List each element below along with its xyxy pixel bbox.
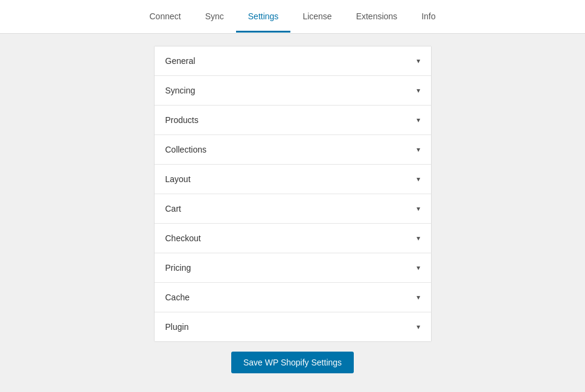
accordion-item-plugin[interactable]: Plugin▾: [155, 312, 431, 341]
chevron-down-icon: ▾: [417, 235, 420, 242]
tab-info[interactable]: Info: [409, 2, 447, 33]
tab-extensions[interactable]: Extensions: [344, 2, 409, 33]
chevron-down-icon: ▾: [417, 205, 420, 212]
accordion-label-cache: Cache: [165, 292, 190, 302]
chevron-down-icon: ▾: [417, 57, 420, 65]
accordion-label-checkout: Checkout: [165, 233, 201, 243]
chevron-down-icon: ▾: [417, 294, 420, 301]
save-btn-container: Save WP Shopify Settings: [154, 352, 432, 373]
tab-connect[interactable]: Connect: [138, 2, 193, 33]
accordion-item-syncing[interactable]: Syncing▾: [155, 76, 431, 106]
accordion-item-products[interactable]: Products▾: [155, 106, 431, 135]
accordion-item-checkout[interactable]: Checkout▾: [155, 224, 431, 253]
chevron-down-icon: ▾: [417, 323, 420, 330]
accordion-label-plugin: Plugin: [165, 322, 189, 332]
settings-container: General▾Syncing▾Products▾Collections▾Lay…: [154, 46, 432, 342]
accordion-item-collections[interactable]: Collections▾: [155, 135, 431, 165]
accordion-label-pricing: Pricing: [165, 263, 191, 273]
chevron-down-icon: ▾: [417, 264, 420, 271]
accordion-item-general[interactable]: General▾: [155, 46, 431, 76]
tab-sync[interactable]: Sync: [193, 2, 236, 33]
accordion-label-general: General: [165, 56, 196, 66]
accordion-item-cache[interactable]: Cache▾: [155, 283, 431, 312]
header: ConnectSyncSettingsLicenseExtensionsInfo: [0, 0, 585, 34]
chevron-down-icon: ▾: [417, 175, 420, 183]
accordion-label-layout: Layout: [165, 174, 191, 184]
accordion-label-cart: Cart: [165, 204, 181, 213]
accordion-item-pricing[interactable]: Pricing▾: [155, 253, 431, 283]
accordion-label-collections: Collections: [165, 145, 206, 154]
save-settings-button[interactable]: Save WP Shopify Settings: [231, 352, 354, 373]
tab-settings[interactable]: Settings: [236, 2, 291, 33]
chevron-down-icon: ▾: [417, 116, 420, 124]
main-content: General▾Syncing▾Products▾Collections▾Lay…: [0, 34, 585, 385]
chevron-down-icon: ▾: [417, 87, 420, 94]
accordion-item-layout[interactable]: Layout▾: [155, 165, 431, 194]
accordion-item-cart[interactable]: Cart▾: [155, 194, 431, 224]
chevron-down-icon: ▾: [417, 146, 420, 153]
accordion-label-products: Products: [165, 115, 199, 125]
tab-license[interactable]: License: [290, 2, 344, 33]
accordion-label-syncing: Syncing: [165, 86, 196, 95]
